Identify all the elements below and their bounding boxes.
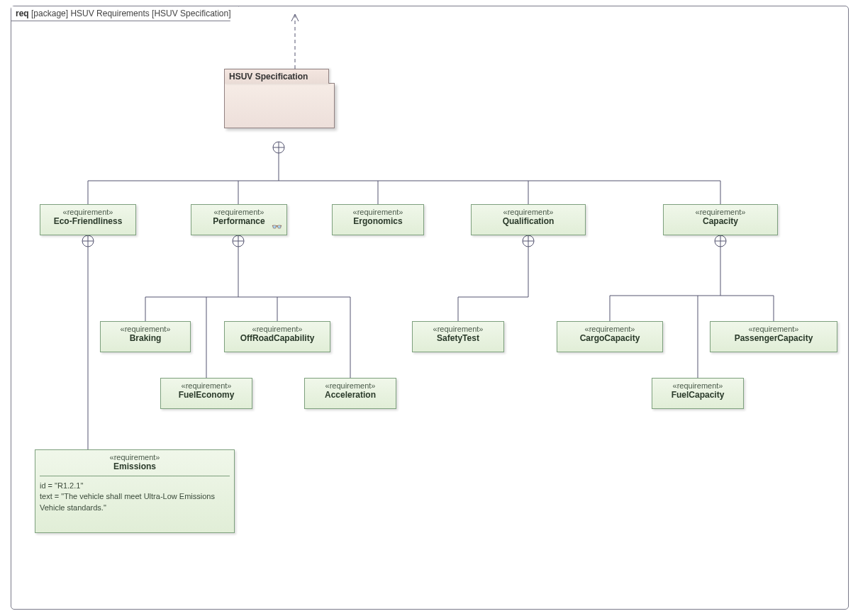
requirement-name: Qualification — [476, 216, 581, 226]
package-body — [224, 83, 335, 128]
requirement-passengercapacity[interactable]: «requirement» PassengerCapacity — [710, 321, 837, 352]
stereotype-label: «requirement» — [105, 325, 186, 333]
stereotype-label: «requirement» — [337, 208, 419, 216]
stereotype-label: «requirement» — [309, 381, 391, 390]
requirement-acceleration[interactable]: «requirement» Acceleration — [304, 378, 396, 409]
requirement-name: PassengerCapacity — [715, 333, 832, 343]
stereotype-label: «requirement» — [45, 208, 131, 216]
requirement-name: Capacity — [668, 216, 773, 226]
emissions-text: text = "The vehicle shall meet Ultra-Low… — [40, 491, 230, 513]
frame-context: [package] HSUV Requirements [HSUV Specif… — [31, 9, 230, 18]
requirement-name: SafetyTest — [417, 333, 499, 343]
package-tab: HSUV Specification — [224, 69, 329, 84]
frame-label: req [package] HSUV Requirements [HSUV Sp… — [11, 6, 239, 21]
requirement-emissions[interactable]: «requirement» Emissions id = "R1.2.1" te… — [35, 449, 235, 533]
requirement-emissions-header: «requirement» Emissions — [40, 453, 230, 476]
stereotype-label: «requirement» — [715, 325, 832, 333]
stereotype-label: «requirement» — [476, 208, 581, 216]
stereotype-label: «requirement» — [40, 453, 230, 461]
requirement-name: FuelEconomy — [165, 390, 247, 400]
stereotype-label: «requirement» — [562, 325, 658, 333]
requirement-name: FuelCapacity — [657, 390, 739, 400]
requirement-name: OffRoadCapability — [229, 333, 325, 343]
requirement-name: Eco-Friendliness — [45, 216, 131, 226]
requirement-braking[interactable]: «requirement» Braking — [100, 321, 191, 352]
requirement-cargocapacity[interactable]: «requirement» CargoCapacity — [557, 321, 663, 352]
stereotype-label: «requirement» — [657, 381, 739, 390]
requirement-name: CargoCapacity — [562, 333, 658, 343]
requirement-fueleconomy[interactable]: «requirement» FuelEconomy — [160, 378, 252, 409]
requirement-ergonomics[interactable]: «requirement» Ergonomics — [332, 204, 424, 235]
requirement-fuelcapacity[interactable]: «requirement» FuelCapacity — [652, 378, 744, 409]
requirement-safetytest[interactable]: «requirement» SafetyTest — [412, 321, 504, 352]
frame-kind: req — [16, 9, 29, 18]
requirement-name: Braking — [105, 333, 186, 343]
requirement-performance[interactable]: «requirement» Performance 👓 — [191, 204, 287, 235]
requirement-offroadcapability[interactable]: «requirement» OffRoadCapability — [224, 321, 330, 352]
diagram-frame: req [package] HSUV Requirements [HSUV Sp… — [11, 6, 849, 610]
stereotype-label: «requirement» — [165, 381, 247, 390]
requirement-name: Acceleration — [309, 390, 391, 400]
requirement-name: Ergonomics — [337, 216, 419, 226]
glasses-icon: 👓 — [272, 222, 282, 232]
stereotype-label: «requirement» — [668, 208, 773, 216]
stereotype-label: «requirement» — [229, 325, 325, 333]
requirement-name: Emissions — [40, 461, 230, 471]
requirement-emissions-body: id = "R1.2.1" text = "The vehicle shall … — [40, 481, 230, 513]
emissions-id: id = "R1.2.1" — [40, 481, 230, 491]
stereotype-label: «requirement» — [417, 325, 499, 333]
package-hsuv-specification[interactable]: HSUV Specification — [224, 83, 335, 128]
stereotype-label: «requirement» — [196, 208, 282, 216]
requirement-name: Performance — [196, 216, 282, 226]
requirement-eco-friendliness[interactable]: «requirement» Eco-Friendliness — [40, 204, 136, 235]
requirement-qualification[interactable]: «requirement» Qualification — [471, 204, 586, 235]
requirement-capacity[interactable]: «requirement» Capacity — [663, 204, 778, 235]
